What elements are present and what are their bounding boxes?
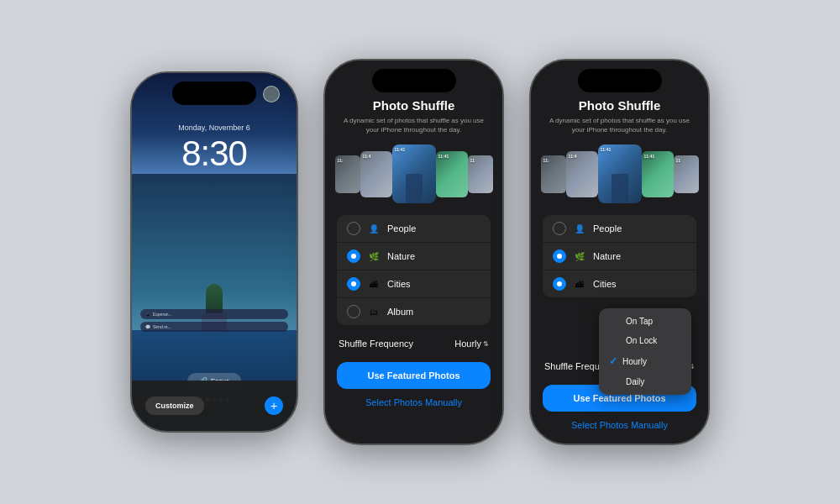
photo-preview-strip: 11: 11:4 11:41 11:41 11 xyxy=(325,144,502,203)
option-people[interactable]: 👤 People xyxy=(337,215,491,242)
dropdown-hourly-label: Hourly xyxy=(622,357,647,366)
shuffle-subtitle-3: A dynamic set of photos that shuffle as … xyxy=(531,116,708,134)
nature-icon: 🌿 xyxy=(367,249,381,263)
option-album[interactable]: 🗂 Album xyxy=(337,298,491,325)
phone-photoshuffle-dropdown: Photo Shuffle A dynamic set of photos th… xyxy=(529,59,710,445)
frequency-value[interactable]: Hourly ⇅ xyxy=(454,339,489,349)
cities-icon: 🏙 xyxy=(367,277,381,291)
photo-time-3-3: 11:41 xyxy=(644,154,655,159)
radio-cities-3[interactable] xyxy=(553,277,566,291)
photo-card-far-right-3: 11 xyxy=(674,155,699,193)
nature-icon-3: 🌿 xyxy=(573,249,586,263)
photo-card-left-3: 11:4 xyxy=(566,151,598,197)
dropdown-hourly[interactable]: ✓ Hourly xyxy=(599,350,691,372)
dropdown-on-tap[interactable]: On Tap xyxy=(599,312,691,331)
photo-time-1: 11:4 xyxy=(363,154,371,159)
photo-time-3: 11:41 xyxy=(438,154,449,159)
radio-cities[interactable] xyxy=(347,277,360,291)
notif-text-1: Esperan... xyxy=(153,312,172,317)
phone-notch-2 xyxy=(372,69,456,92)
radio-nature-3[interactable] xyxy=(553,249,566,263)
dropdown-daily[interactable]: Daily xyxy=(599,372,691,391)
notification-1: 📱 Esperan... xyxy=(140,309,288,319)
frequency-row: Shuffle Frequency Hourly ⇅ xyxy=(325,333,502,354)
phone-notch-3 xyxy=(578,69,662,92)
lock-clock: 8:30 xyxy=(132,134,297,174)
photo-card-left: 11:4 xyxy=(360,151,392,197)
lockscreen-screen: PHOTO Monday, November 6 8:30 📱 Esperan.… xyxy=(132,73,297,431)
phone-notch xyxy=(172,81,256,105)
option-cities-label-3: Cities xyxy=(593,279,686,289)
dropdown-on-lock[interactable]: On Lock xyxy=(599,331,691,350)
option-cities-label: Cities xyxy=(387,279,480,289)
phone-lockscreen: PHOTO Monday, November 6 8:30 📱 Esperan.… xyxy=(130,71,298,433)
cities-icon-3: 🏙 xyxy=(573,277,586,291)
notif-icon-2: 💬 xyxy=(145,324,150,329)
option-cities-3[interactable]: 🏙 Cities xyxy=(543,270,696,297)
option-cities[interactable]: 🏙 Cities xyxy=(337,270,491,297)
photo-card-far-left-3: 11: xyxy=(541,155,566,193)
add-button[interactable]: + xyxy=(265,396,283,415)
photo-card-right: 11:41 xyxy=(436,151,468,197)
people-icon: 👤 xyxy=(367,222,381,235)
photo-card-far-left: 11: xyxy=(335,155,360,193)
shuffle-title: Photo Shuffle xyxy=(325,98,502,113)
frequency-label: Shuffle Frequency xyxy=(339,339,413,349)
photo-card-far-right: 11 xyxy=(468,155,493,193)
shuffle-title-3: Photo Shuffle xyxy=(531,98,708,113)
photo-time-2: 11:41 xyxy=(395,147,406,152)
radio-album[interactable] xyxy=(347,305,360,318)
radio-people-3[interactable] xyxy=(553,222,566,235)
radio-people[interactable] xyxy=(347,222,360,235)
check-icon: ✓ xyxy=(609,355,617,367)
option-people-label-3: People xyxy=(593,223,686,234)
notif-text-2: Send re... xyxy=(153,324,171,329)
lock-time-display: Monday, November 6 8:30 xyxy=(132,123,297,174)
dropdown-on-tap-label: On Tap xyxy=(626,317,653,326)
use-featured-button[interactable]: Use Featured Photos xyxy=(337,362,491,389)
lock-date: Monday, November 6 xyxy=(132,123,297,132)
frequency-dropdown[interactable]: On Tap On Lock ✓ Hourly Daily xyxy=(599,308,691,395)
option-nature-3[interactable]: 🌿 Nature xyxy=(543,243,696,270)
options-list: 👤 People 🌿 Nature 🏙 Cities 🗂 Album xyxy=(325,215,502,325)
notification-2: 💬 Send re... xyxy=(140,322,288,332)
photo-time-0: 11: xyxy=(338,158,344,163)
select-manual-button[interactable]: Select Photos Manually xyxy=(325,394,502,411)
photo-time-3-2: 11:41 xyxy=(601,147,612,152)
option-nature-label-3: Nature xyxy=(593,251,686,261)
option-album-label: Album xyxy=(387,307,480,317)
photoshuffle-screen: Photo Shuffle A dynamic set of photos th… xyxy=(325,60,502,444)
album-icon: 🗂 xyxy=(367,305,381,318)
photo-card-center-3: 11:41 xyxy=(598,144,642,203)
photo-time-3-4: 11 xyxy=(676,158,681,163)
phone-photoshuffle: Photo Shuffle A dynamic set of photos th… xyxy=(323,59,504,445)
option-nature[interactable]: 🌿 Nature xyxy=(337,243,491,270)
dropdown-daily-label: Daily xyxy=(626,377,644,386)
chevron-icon: ⇅ xyxy=(483,340,489,348)
option-people-3[interactable]: 👤 People xyxy=(543,215,696,242)
customize-button[interactable]: Customize xyxy=(145,396,204,415)
options-list-3: 👤 People 🌿 Nature 🏙 Cities xyxy=(531,215,708,297)
option-people-label: People xyxy=(387,223,480,234)
select-manual-button-3[interactable]: Select Photos Manually xyxy=(531,417,708,433)
radio-nature[interactable] xyxy=(347,249,360,263)
photo-card-center: 11:41 xyxy=(392,144,436,203)
option-nature-label: Nature xyxy=(387,251,480,261)
photo-time-3-1: 11:4 xyxy=(569,154,577,159)
bottom-bar: Customize + xyxy=(132,381,297,431)
moon-decoration xyxy=(263,86,280,102)
photo-bg-1-c xyxy=(598,144,642,203)
photo-bg-center xyxy=(392,144,436,203)
notif-icon-1: 📱 xyxy=(145,312,150,317)
photo-time-3-0: 11: xyxy=(543,158,549,163)
frequency-text: Hourly xyxy=(454,339,481,349)
photo-card-right-3: 11:41 xyxy=(642,151,674,197)
dropdown-on-lock-label: On Lock xyxy=(626,336,657,345)
photo-preview-strip-3: 11: 11:4 11:41 11:41 11 xyxy=(531,144,708,203)
people-icon-3: 👤 xyxy=(573,222,586,235)
photoshuffle-dropdown-screen: Photo Shuffle A dynamic set of photos th… xyxy=(531,60,708,444)
notification-bar: 📱 Esperan... 💬 Send re... xyxy=(140,309,288,334)
photo-time-4: 11 xyxy=(470,158,475,163)
shuffle-subtitle: A dynamic set of photos that shuffle as … xyxy=(325,116,502,134)
